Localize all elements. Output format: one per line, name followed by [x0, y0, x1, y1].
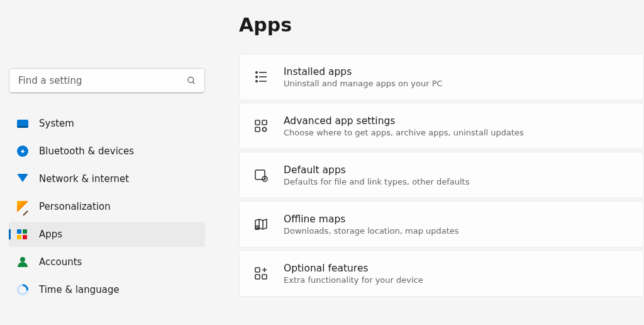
sidebar-item-time-language[interactable]: Time & language [9, 277, 205, 302]
optional-features-icon [253, 266, 269, 281]
sidebar-item-personalization[interactable]: Personalization [9, 194, 205, 219]
svg-rect-15 [255, 268, 260, 272]
card-title: Advanced app settings [284, 115, 524, 127]
settings-cards: Installed apps Uninstall and manage apps… [239, 54, 644, 297]
svg-rect-16 [262, 275, 267, 279]
card-title: Offline maps [284, 214, 459, 225]
svg-rect-10 [255, 127, 260, 132]
sidebar: System ⌖ Bluetooth & devices Network & i… [0, 0, 214, 325]
card-offline-maps[interactable]: Offline maps Downloads, storage location… [239, 201, 644, 248]
search-input[interactable] [9, 68, 205, 93]
svg-rect-9 [262, 120, 267, 125]
card-advanced-app-settings[interactable]: Advanced app settings Choose where to ge… [239, 103, 644, 149]
page-title: Apps [239, 14, 644, 36]
search-icon [187, 76, 196, 86]
sidebar-item-label: Personalization [39, 201, 111, 212]
sidebar-item-label: System [39, 118, 74, 129]
svg-rect-12 [255, 170, 265, 180]
card-default-apps[interactable]: Default apps Defaults for file and link … [239, 152, 644, 198]
advanced-settings-icon [253, 118, 269, 134]
sidebar-item-bluetooth[interactable]: ⌖ Bluetooth & devices [9, 139, 205, 164]
default-apps-icon [253, 168, 269, 183]
card-title: Installed apps [284, 66, 443, 77]
svg-point-6 [256, 81, 257, 82]
installed-apps-icon [253, 69, 269, 84]
svg-point-4 [256, 76, 257, 77]
sidebar-item-label: Time & language [39, 284, 119, 295]
main-panel: Apps Installed apps Uninstall and manage… [214, 0, 644, 325]
card-subtitle: Uninstall and manage apps on your PC [284, 79, 443, 88]
wifi-icon [16, 173, 29, 185]
bluetooth-icon: ⌖ [16, 145, 29, 157]
card-installed-apps[interactable]: Installed apps Uninstall and manage apps… [239, 54, 644, 100]
sidebar-item-label: Accounts [39, 256, 82, 268]
svg-point-0 [188, 77, 194, 83]
sidebar-item-label: Network & internet [39, 173, 129, 185]
svg-point-2 [256, 72, 257, 73]
person-icon [16, 256, 29, 268]
card-optional-features[interactable]: Optional features Extra functionality fo… [239, 250, 644, 297]
sidebar-item-label: Bluetooth & devices [39, 145, 134, 157]
svg-line-1 [192, 82, 194, 84]
svg-rect-8 [255, 120, 260, 125]
system-icon [16, 117, 29, 130]
sidebar-item-apps[interactable]: Apps [9, 222, 205, 247]
apps-icon [16, 228, 29, 241]
sidebar-item-network[interactable]: Network & internet [9, 166, 205, 191]
svg-rect-17 [255, 275, 260, 279]
card-subtitle: Defaults for file and link types, other … [284, 177, 469, 186]
paintbrush-icon [16, 200, 29, 213]
card-title: Optional features [284, 263, 423, 274]
card-subtitle: Choose where to get apps, archive apps, … [284, 128, 524, 137]
clock-globe-icon [16, 283, 29, 296]
card-title: Default apps [284, 164, 469, 176]
sidebar-item-system[interactable]: System [9, 111, 205, 136]
sidebar-item-label: Apps [39, 229, 62, 240]
search-wrap [9, 68, 205, 93]
card-subtitle: Downloads, storage location, map updates [284, 226, 459, 236]
nav-list: System ⌖ Bluetooth & devices Network & i… [9, 111, 205, 302]
card-subtitle: Extra functionality for your device [284, 275, 423, 285]
map-icon [253, 217, 269, 232]
sidebar-item-accounts[interactable]: Accounts [9, 249, 205, 275]
